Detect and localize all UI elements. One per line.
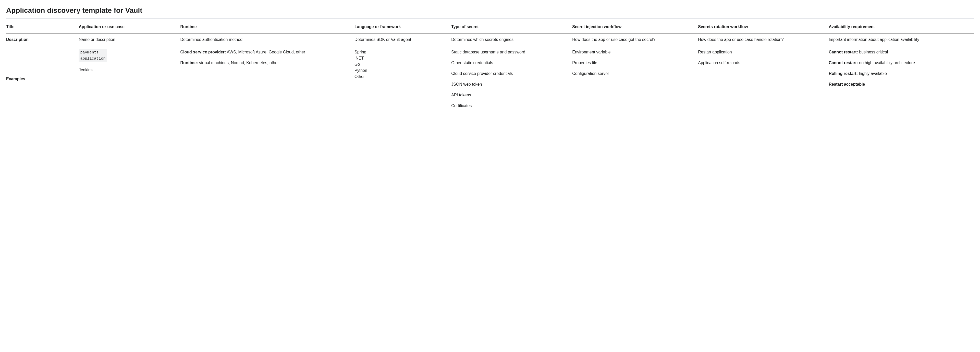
col-availability: Availability requirement <box>829 21 974 33</box>
cell-ex-runtime: Cloud service provider: AWS, Microsoft A… <box>180 46 355 112</box>
cell-desc-availability: Important information about application … <box>829 33 974 46</box>
secret-type-item: API tokens <box>451 92 570 98</box>
col-app-usecase: Application or use case <box>79 21 180 33</box>
lang-item: Spring <box>355 49 449 55</box>
col-secret-type: Type of secret <box>451 21 572 33</box>
lang-item: .NET <box>355 55 449 61</box>
avail-label: Cannot restart: <box>829 61 858 65</box>
discovery-template-table: Title Application or use case Runtime La… <box>6 21 974 112</box>
secret-type-item: Static database username and password <box>451 49 570 55</box>
col-language: Language or framework <box>355 21 451 33</box>
cell-desc-app: Name or description <box>79 33 180 46</box>
cell-desc-language: Determines SDK or Vault agent <box>355 33 451 46</box>
row-label-description: Description <box>6 33 79 46</box>
avail-text: no high availability architecture <box>858 61 915 65</box>
secret-type-item: JSON web token <box>451 81 570 87</box>
table-header-row: Title Application or use case Runtime La… <box>6 21 974 33</box>
cell-ex-rotation: Restart application Application self-rel… <box>698 46 829 112</box>
code-line: payments <box>80 50 105 56</box>
code-line: application <box>80 56 105 62</box>
text-jenkins: Jenkins <box>79 67 178 73</box>
injection-item: Environment variable <box>572 49 695 55</box>
col-rotation: Secrets rotation workflow <box>698 21 829 33</box>
avail-label: Rolling restart: <box>829 71 858 76</box>
cell-ex-language: Spring .NET Go Python Other <box>355 46 451 112</box>
lang-item: Python <box>355 67 449 74</box>
rotation-item: Restart application <box>698 49 826 55</box>
avail-text: highly available <box>858 71 887 76</box>
secret-type-item: Cloud service provider credentials <box>451 70 570 77</box>
text-runtime: virtual machines, Nomad, Kubernetes, oth… <box>198 61 279 65</box>
avail-label: Restart acceptable <box>829 82 865 86</box>
avail-label: Cannot restart: <box>829 50 858 54</box>
rotation-item: Application self-reloads <box>698 60 826 66</box>
cell-desc-runtime: Determines authentication method <box>180 33 355 46</box>
secret-type-item: Other static credentials <box>451 60 570 66</box>
col-title: Title <box>6 21 79 33</box>
cell-desc-rotation: How does the app or use case handle rota… <box>698 33 829 46</box>
col-runtime: Runtime <box>180 21 355 33</box>
cell-desc-injection: How does the app or use case get the sec… <box>572 33 698 46</box>
row-description: Description Name or description Determin… <box>6 33 974 46</box>
cell-ex-availability: Cannot restart: business critical Cannot… <box>829 46 974 112</box>
col-injection: Secret injection workflow <box>572 21 698 33</box>
lang-item: Go <box>355 61 449 67</box>
label-cloud-provider: Cloud service provider: <box>180 50 226 54</box>
injection-item: Properties file <box>572 60 695 66</box>
row-label-examples: Examples <box>6 46 79 112</box>
text-cloud-provider: AWS, Microsoft Azure, Google Cloud, othe… <box>226 50 305 54</box>
avail-text: business critical <box>858 50 888 54</box>
cell-ex-secret-type: Static database username and password Ot… <box>451 46 572 112</box>
lang-item: Other <box>355 74 449 80</box>
cell-ex-app: payments application Jenkins <box>79 46 180 112</box>
cell-ex-injection: Environment variable Properties file Con… <box>572 46 698 112</box>
label-runtime: Runtime: <box>180 61 198 65</box>
code-payments-app: payments application <box>79 49 107 62</box>
page-title: Application discovery template for Vault <box>6 5 974 19</box>
cell-desc-secret-type: Determines which secrets engines <box>451 33 572 46</box>
injection-item: Configuration server <box>572 70 695 77</box>
secret-type-item: Certificates <box>451 103 570 109</box>
row-examples: Examples payments application Jenkins Cl… <box>6 46 974 112</box>
